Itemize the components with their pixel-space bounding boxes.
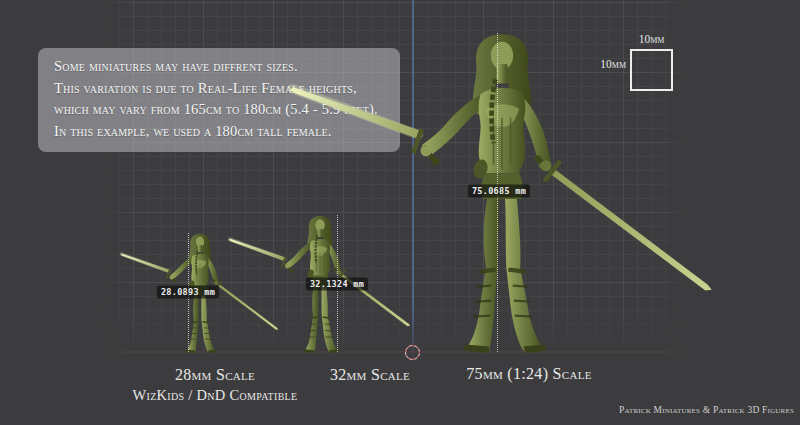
measure-label-75mm: 75.0685 mm [468,185,530,198]
scale-reference-side-label: 10mm [584,58,626,70]
measure-label-28mm: 28.0893 mm [157,286,219,299]
measure-label-32mm: 32.1324 mm [306,278,368,291]
caption-75mm-scale: 75mm (1:24) Scale [445,365,613,383]
credit-text: Patrick Miniatures & Patrick 3D Figures [619,405,794,415]
scale-reference-square [630,49,673,91]
caption-28mm-compat: WizKids / DnD Compatible [105,387,325,404]
caption-28mm-scale: 28mm Scale [150,366,280,384]
viewport-3d[interactable]: Some miniatures may have diffrent sizes.… [0,0,800,425]
scale-reference-top-label: 10mm [628,33,675,45]
caption-32mm-scale: 32mm Scale [310,366,430,384]
miniatures-canvas [0,0,800,425]
